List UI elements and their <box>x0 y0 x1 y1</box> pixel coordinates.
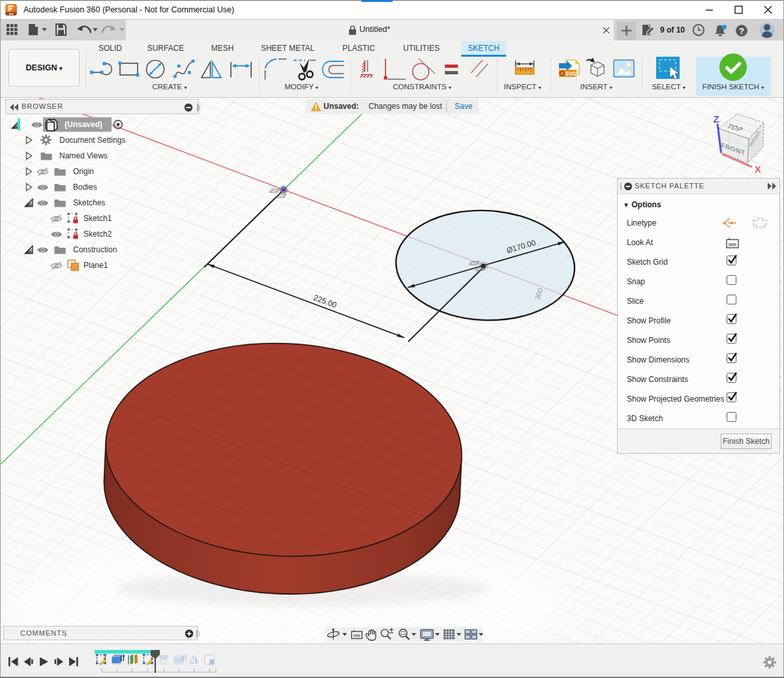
svg-text:360: 360 <box>9 12 14 16</box>
svg-text:SVG: SVG <box>565 70 577 77</box>
svg-text:X: X <box>755 164 761 175</box>
svg-text:225.00: 225.00 <box>312 293 339 310</box>
svg-text:?: ? <box>739 26 744 36</box>
svg-text:Z: Z <box>713 113 719 125</box>
